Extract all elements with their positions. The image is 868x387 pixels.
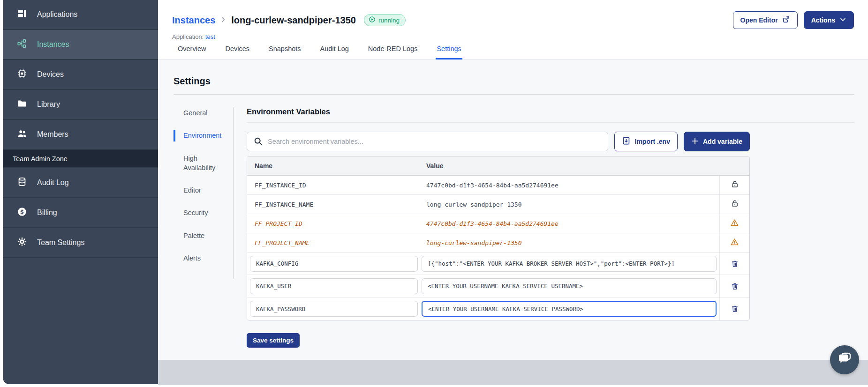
application-line: Application: test	[172, 33, 854, 40]
chat-icon	[837, 351, 853, 369]
add-variable-label: Add variable	[703, 138, 742, 145]
chevron-right-icon	[219, 15, 227, 26]
subnav-item-editor[interactable]: Editor	[174, 185, 230, 196]
sidebar-section-team-admin-zone: Team Admin Zone	[3, 150, 158, 168]
sidebar-item-label: Applications	[37, 10, 77, 19]
table-row	[247, 298, 749, 320]
footer-band	[158, 360, 868, 385]
sidebar-item-billing[interactable]: $ Billing	[3, 198, 158, 228]
sidebar-item-library[interactable]: Library	[3, 90, 158, 120]
status-badge-label: running	[378, 17, 400, 24]
instance-name: long-curlew-sandpiper-1350	[231, 15, 356, 26]
external-link-icon	[782, 15, 790, 25]
chevron-down-icon	[839, 16, 846, 24]
open-editor-label: Open Editor	[740, 16, 778, 24]
sidebar-item-label: Team Settings	[37, 238, 84, 247]
breadcrumb: Instances long-curlew-sandpiper-1350	[172, 15, 356, 26]
audit-log-icon	[17, 177, 27, 189]
subnav-item-alerts[interactable]: Alerts	[174, 253, 230, 264]
subnav-item-security[interactable]: Security	[174, 207, 230, 218]
tab-bar: Overview Devices Snapshots Audit Log Nod…	[177, 45, 462, 60]
delete-variable-button[interactable]	[731, 282, 739, 290]
sidebar-item-label: Instances	[37, 40, 69, 49]
running-icon	[369, 16, 376, 24]
env-var-value-input[interactable]	[422, 278, 717, 294]
tab-devices[interactable]: Devices	[224, 45, 250, 60]
env-var-name-input[interactable]	[250, 301, 418, 317]
env-var-value: 4747c0bd-d1f3-4654-84b4-aa5d274691ee	[422, 220, 719, 227]
env-var-value-input[interactable]	[422, 256, 717, 272]
sidebar-item-members[interactable]: Members	[3, 120, 158, 150]
library-icon	[17, 98, 27, 111]
env-var-value-input-focused[interactable]	[422, 301, 717, 317]
add-variable-button[interactable]: Add variable	[684, 132, 750, 151]
svg-text:$: $	[20, 208, 24, 215]
env-var-value: long-curlew-sandpiper-1350	[422, 239, 719, 246]
breadcrumb-instances-link[interactable]: Instances	[172, 15, 215, 26]
delete-variable-button[interactable]	[731, 260, 739, 268]
sidebar-item-label: Members	[37, 130, 68, 139]
tab-overview[interactable]: Overview	[177, 45, 207, 60]
sidebar-item-team-settings[interactable]: Team Settings	[3, 228, 158, 258]
table-row: FF_PROJECT_ID 4747c0bd-d1f3-4654-84b4-aa…	[247, 214, 749, 233]
sidebar-item-label: Audit Log	[37, 179, 69, 187]
warning-icon	[730, 238, 739, 248]
env-table: Name Value FF_INSTANCE_ID 4747c0bd-d1f3-…	[247, 156, 750, 320]
table-row	[247, 253, 749, 275]
delete-variable-button[interactable]	[731, 305, 739, 313]
tab-snapshots[interactable]: Snapshots	[268, 45, 302, 60]
env-var-name: FF_INSTANCE_NAME	[247, 201, 422, 208]
column-header-value: Value	[422, 162, 719, 170]
page-header: Instances long-curlew-sandpiper-1350 run…	[158, 0, 868, 60]
application-link[interactable]: test	[205, 33, 215, 40]
status-badge: running	[364, 14, 406, 26]
members-icon	[17, 128, 27, 141]
application-label: Application:	[172, 33, 204, 40]
env-var-name: FF_PROJECT_NAME	[247, 239, 422, 246]
title-divider	[174, 94, 854, 95]
trash-icon	[731, 260, 739, 268]
import-icon	[622, 136, 631, 147]
actions-button[interactable]: Actions	[804, 11, 854, 29]
table-header-row: Name Value	[247, 156, 749, 176]
env-var-name-input[interactable]	[250, 278, 418, 294]
lock-icon	[731, 199, 739, 209]
sidebar-item-label: Billing	[37, 208, 57, 217]
lock-icon	[731, 180, 739, 190]
tab-audit-log[interactable]: Audit Log	[319, 45, 350, 60]
import-env-button[interactable]: Import .env	[614, 132, 678, 151]
tab-settings[interactable]: Settings	[436, 45, 462, 60]
search-input[interactable]	[247, 132, 608, 151]
devices-icon	[17, 68, 27, 81]
table-row: FF_PROJECT_NAME long-curlew-sandpiper-13…	[247, 233, 749, 253]
chat-widget-button[interactable]	[830, 345, 859, 374]
env-var-value: long-curlew-sandpiper-1350	[422, 201, 719, 208]
env-toolbar: Import .env Add variable	[247, 132, 750, 151]
save-settings-button[interactable]: Save settings	[247, 333, 300, 348]
sidebar: Applications Instances Devices Library M…	[3, 0, 158, 384]
subnav-item-environment[interactable]: Environment	[174, 130, 230, 141]
environment-panel: Environment Variables	[247, 107, 854, 348]
open-editor-button[interactable]: Open Editor	[733, 11, 798, 29]
trash-icon	[731, 282, 739, 290]
table-row: FF_INSTANCE_ID 4747c0bd-d1f3-4654-84b4-a…	[247, 176, 749, 195]
sidebar-item-devices[interactable]: Devices	[3, 60, 158, 90]
settings-subnav: General Environment High Availability Ed…	[174, 107, 234, 279]
env-var-name: FF_INSTANCE_ID	[247, 182, 422, 189]
warning-icon	[730, 218, 739, 229]
env-var-name-input[interactable]	[250, 256, 418, 272]
table-row: FF_INSTANCE_NAME long-curlew-sandpiper-1…	[247, 195, 749, 214]
section-title: Environment Variables	[247, 107, 854, 123]
billing-icon: $	[17, 207, 27, 219]
sidebar-item-audit-log[interactable]: Audit Log	[3, 168, 158, 198]
settings-page: Settings General Environment High Availa…	[158, 60, 868, 360]
sidebar-item-applications[interactable]: Applications	[3, 0, 158, 30]
actions-label: Actions	[811, 16, 835, 24]
sidebar-item-instances[interactable]: Instances	[3, 30, 158, 60]
subnav-item-palette[interactable]: Palette	[174, 230, 230, 241]
tab-node-red-logs[interactable]: Node-RED Logs	[367, 45, 419, 60]
subnav-item-general[interactable]: General	[174, 107, 230, 119]
subnav-item-high-availability[interactable]: High Availability	[174, 153, 230, 174]
applications-icon	[17, 8, 27, 21]
table-row	[247, 275, 749, 298]
